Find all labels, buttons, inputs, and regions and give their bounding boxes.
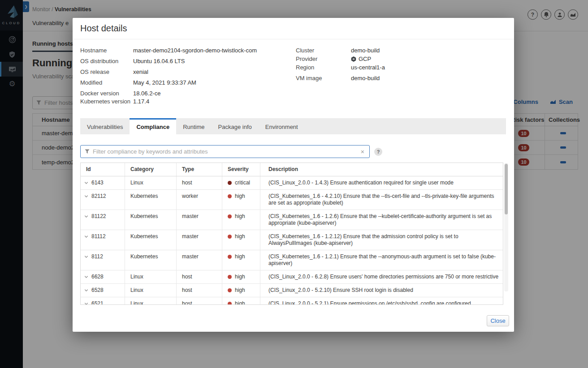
severity-label: high xyxy=(235,253,245,260)
host-details-left-column: Hostname master-demo2104-sgordon-demo-tw… xyxy=(80,47,291,109)
detail-value: May 4, 2021 9:33:37 AM xyxy=(133,79,196,86)
compliance-row[interactable]: 81112 Kubernetes master high (CIS_Kubern… xyxy=(81,230,503,250)
compliance-severity: high xyxy=(222,230,260,250)
compliance-description: (CIS_Linux_2.0.0 - 5.2.10) Ensure SSH ro… xyxy=(260,284,503,297)
column-header-type[interactable]: Type xyxy=(177,163,222,176)
severity-dot-icon xyxy=(228,181,232,185)
detail-row: Modified May 4, 2021 9:33:37 AM xyxy=(80,79,291,86)
detail-row: Kubernetes version 1.17.4 xyxy=(80,98,291,105)
compliance-row[interactable]: 81122 Kubernetes master high (CIS_Kubern… xyxy=(81,210,503,230)
severity-label: high xyxy=(235,213,245,219)
severity-label: critical xyxy=(235,180,250,186)
compliance-severity: high xyxy=(222,250,260,270)
chevron-down-icon[interactable] xyxy=(84,302,88,305)
detail-row: Hostname master-demo2104-sgordon-demo-tw… xyxy=(80,47,291,54)
detail-value: us-central1-a xyxy=(351,64,385,71)
compliance-type: host xyxy=(177,176,222,189)
column-header-severity[interactable]: Severity xyxy=(222,163,260,176)
detail-label: Modified xyxy=(80,79,133,86)
detail-value-text: xenial xyxy=(133,68,148,76)
compliance-row[interactable]: 6521 Linux host high (CIS_Linux_2.0.0 - … xyxy=(81,297,503,305)
detail-value-text: us-central1-a xyxy=(351,64,385,71)
detail-value: Ubuntu 16.04.6 LTS xyxy=(133,58,185,65)
compliance-row[interactable]: 6628 Linux host high (CIS_Linux_2.0.0 - … xyxy=(81,270,503,284)
detail-value: 18.06.2-ce xyxy=(133,90,160,97)
severity-dot-icon xyxy=(228,194,232,198)
compliance-filter: × xyxy=(80,145,370,158)
compliance-filter-input[interactable] xyxy=(93,148,360,155)
detail-value-text: 1.17.4 xyxy=(133,98,149,105)
compliance-type: master xyxy=(177,210,222,230)
detail-label: Hostname xyxy=(80,47,133,54)
severity-dot-icon xyxy=(228,302,232,305)
modal-tab[interactable]: Package info xyxy=(212,118,259,134)
compliance-id: 6528 xyxy=(91,287,104,294)
modal-tab[interactable]: Vulnerabilities xyxy=(80,118,130,134)
detail-label: Provider xyxy=(296,56,351,63)
severity-label: high xyxy=(235,233,245,240)
compliance-type: host xyxy=(177,297,222,305)
compliance-description: (CIS_Kubernetes_1.6 - 4.2.10) Ensure tha… xyxy=(260,190,503,210)
modal-tab[interactable]: Environment xyxy=(259,118,305,134)
chevron-down-icon[interactable] xyxy=(84,275,88,279)
compliance-row[interactable]: 8112 Kubernetes master high (CIS_Kuberne… xyxy=(81,250,503,270)
severity-dot-icon xyxy=(228,275,232,279)
chevron-down-icon[interactable] xyxy=(84,255,88,259)
compliance-description: (CIS_Kubernetes_1.6 - 1.2.1) Ensure that… xyxy=(260,250,503,270)
compliance-description: (CIS_Kubernetes_1.6 - 1.2.12) Ensure tha… xyxy=(260,230,503,250)
detail-value-text: demo-build xyxy=(351,75,380,82)
detail-value: xenial xyxy=(133,68,148,76)
compliance-type: master xyxy=(177,230,222,250)
modal-tab[interactable]: Compliance xyxy=(130,118,176,134)
detail-value: GCP xyxy=(351,56,371,63)
compliance-id: 81122 xyxy=(91,213,106,227)
chevron-down-icon[interactable] xyxy=(84,181,88,185)
detail-label: Docker version xyxy=(80,90,133,97)
compliance-category: Kubernetes xyxy=(125,190,177,210)
table-scrollbar-thumb[interactable] xyxy=(505,164,508,214)
compliance-category: Linux xyxy=(125,297,177,305)
detail-row: Provider GCP xyxy=(296,56,511,63)
compliance-category: Linux xyxy=(125,270,177,283)
compliance-type: worker xyxy=(177,190,222,210)
filter-help-button[interactable]: ? xyxy=(374,148,382,156)
chevron-down-icon[interactable] xyxy=(84,194,88,198)
chevron-down-icon[interactable] xyxy=(84,214,88,218)
modal-title: Host details xyxy=(80,23,127,34)
chevron-down-icon[interactable] xyxy=(84,288,88,292)
detail-row: Region us-central1-a xyxy=(296,64,511,71)
table-scrollbar-track[interactable] xyxy=(504,163,508,291)
compliance-table: Id Category Type Severity Description 61… xyxy=(80,163,503,305)
detail-value: master-demo2104-sgordon-demo-twistlock-c… xyxy=(133,47,257,54)
compliance-row[interactable]: 6143 Linux host critical (CIS_Linux_2.0.… xyxy=(81,176,503,190)
detail-label: OS release xyxy=(80,68,133,76)
close-button[interactable]: Close xyxy=(487,315,509,326)
compliance-table-body: 6143 Linux host critical (CIS_Linux_2.0.… xyxy=(81,176,503,305)
compliance-id: 6143 xyxy=(91,180,104,186)
severity-label: high xyxy=(235,274,245,280)
column-header-category[interactable]: Category xyxy=(125,163,177,176)
compliance-category: Kubernetes xyxy=(125,250,177,270)
compliance-category: Kubernetes xyxy=(125,210,177,230)
compliance-description: (CIS_Kubernetes_1.6 - 1.2.6) Ensure that… xyxy=(260,210,503,230)
severity-dot-icon xyxy=(228,235,232,239)
compliance-row[interactable]: 6528 Linux host high (CIS_Linux_2.0.0 - … xyxy=(81,284,503,297)
chevron-down-icon[interactable] xyxy=(84,235,88,239)
detail-label: Region xyxy=(296,64,351,71)
column-header-id[interactable]: Id xyxy=(81,163,125,176)
compliance-severity: critical xyxy=(222,176,260,189)
compliance-row[interactable]: 82112 Kubernetes worker high (CIS_Kubern… xyxy=(81,190,503,210)
compliance-id: 81112 xyxy=(91,233,106,247)
detail-value-text: master-demo2104-sgordon-demo-twistlock-c… xyxy=(133,47,257,54)
column-header-description[interactable]: Description xyxy=(260,163,503,176)
severity-dot-icon xyxy=(228,214,232,218)
compliance-category: Linux xyxy=(125,284,177,297)
severity-label: high xyxy=(235,300,245,305)
clear-filter-icon[interactable]: × xyxy=(360,148,365,155)
compliance-table-header: Id Category Type Severity Description xyxy=(81,163,503,176)
host-details-modal: Host details Hostname master-demo2104-sg… xyxy=(73,18,514,332)
compliance-description: (CIS_Linux_2.0.0 - 5.2.1) Ensure permiss… xyxy=(260,297,503,305)
filter-funnel-icon xyxy=(85,149,90,154)
modal-tab[interactable]: Runtime xyxy=(176,118,211,134)
detail-row: VM image demo-build xyxy=(296,75,511,82)
